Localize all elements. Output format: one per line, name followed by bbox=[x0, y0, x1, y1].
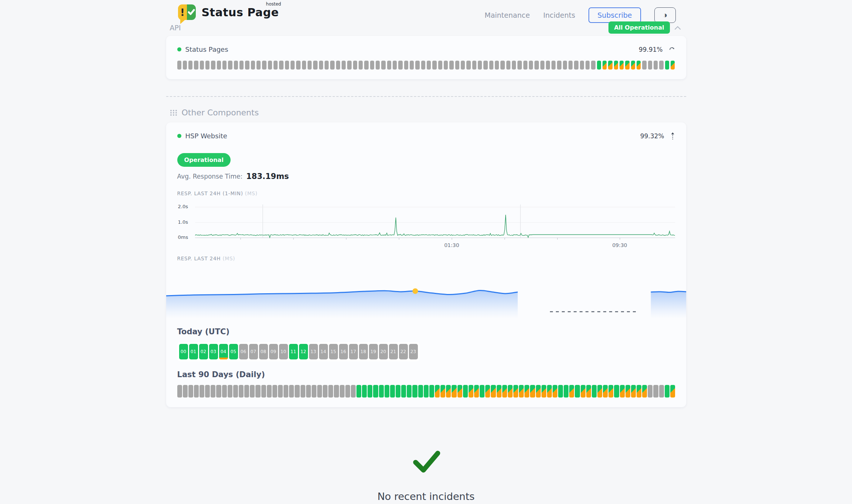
daily-uptime-bar[interactable] bbox=[194, 385, 199, 398]
daily-uptime-bar[interactable] bbox=[440, 385, 445, 398]
uptime-bar[interactable] bbox=[404, 61, 408, 70]
uptime-bar[interactable] bbox=[540, 61, 544, 70]
daily-uptime-bar[interactable] bbox=[233, 385, 238, 398]
subscribe-button[interactable]: Subscribe bbox=[588, 7, 641, 23]
refresh-icon[interactable] bbox=[669, 46, 675, 53]
daily-uptime-bar[interactable] bbox=[211, 385, 215, 398]
uptime-bar[interactable] bbox=[285, 61, 289, 70]
hour-block-22[interactable]: 22 bbox=[399, 344, 408, 359]
uptime-bar[interactable] bbox=[495, 61, 499, 70]
uptime-bar[interactable] bbox=[205, 61, 209, 70]
chevron-up-icon[interactable] bbox=[674, 26, 681, 30]
uptime-bar[interactable] bbox=[637, 61, 641, 70]
uptime-bar[interactable] bbox=[376, 61, 380, 70]
uptime-bar[interactable] bbox=[517, 61, 521, 70]
uptime-bar[interactable] bbox=[274, 61, 278, 70]
uptime-bar[interactable] bbox=[336, 61, 340, 70]
daily-uptime-bar[interactable] bbox=[485, 385, 490, 398]
uptime-bar[interactable] bbox=[489, 61, 493, 70]
daily-uptime-bar[interactable] bbox=[659, 385, 664, 398]
uptime-bar[interactable] bbox=[512, 61, 516, 70]
uptime-bar[interactable] bbox=[211, 61, 215, 70]
daily-uptime-bar[interactable] bbox=[536, 385, 541, 398]
uptime-bar[interactable] bbox=[183, 61, 187, 70]
daily-uptime-bar[interactable] bbox=[379, 385, 384, 398]
daily-uptime-bar[interactable] bbox=[205, 385, 210, 398]
hour-block-15[interactable]: 15 bbox=[329, 344, 338, 359]
hour-block-06[interactable]: 06 bbox=[239, 344, 248, 359]
uptime-bar[interactable] bbox=[608, 61, 612, 70]
daily-uptime-bar[interactable] bbox=[625, 385, 630, 398]
daily-uptime-bar[interactable] bbox=[564, 385, 568, 398]
uptime-bar[interactable] bbox=[313, 61, 317, 70]
daily-uptime-bar[interactable] bbox=[284, 385, 288, 398]
nav-link-maintenance[interactable]: Maintenance bbox=[484, 11, 530, 19]
daily-uptime-bar[interactable] bbox=[665, 385, 670, 398]
uptime-bar[interactable] bbox=[381, 61, 385, 70]
hour-block-11[interactable]: 11 bbox=[289, 344, 298, 359]
uptime-bar[interactable] bbox=[551, 61, 556, 70]
hour-block-09[interactable]: 09 bbox=[269, 344, 278, 359]
uptime-bar[interactable] bbox=[330, 61, 334, 70]
daily-uptime-bar[interactable] bbox=[547, 385, 552, 398]
daily-uptime-bar[interactable] bbox=[385, 385, 389, 398]
uptime-bar[interactable] bbox=[438, 61, 442, 70]
daily-uptime-bar[interactable] bbox=[272, 385, 277, 398]
daily-uptime-bar[interactable] bbox=[424, 385, 429, 398]
uptime-bar[interactable] bbox=[415, 61, 419, 70]
daily-uptime-bar[interactable] bbox=[463, 385, 468, 398]
uptime-bar[interactable] bbox=[671, 61, 675, 70]
uptime-bar[interactable] bbox=[597, 61, 601, 70]
daily-uptime-bar[interactable] bbox=[670, 385, 675, 398]
uptime-bar[interactable] bbox=[342, 61, 346, 70]
uptime-bar[interactable] bbox=[239, 61, 244, 70]
daily-uptime-bar[interactable] bbox=[250, 385, 255, 398]
uptime-bar[interactable] bbox=[251, 61, 255, 70]
uptime-bar[interactable] bbox=[256, 61, 261, 70]
uptime-bar[interactable] bbox=[359, 61, 363, 70]
daily-uptime-bar[interactable] bbox=[642, 385, 647, 398]
uptime-bar[interactable] bbox=[529, 61, 533, 70]
daily-uptime-bar[interactable] bbox=[541, 385, 546, 398]
uptime-bar[interactable] bbox=[557, 61, 561, 70]
daily-uptime-bar[interactable] bbox=[524, 385, 529, 398]
hour-block-07[interactable]: 07 bbox=[249, 344, 258, 359]
uptime-bar[interactable] bbox=[279, 61, 283, 70]
uptime-bar[interactable] bbox=[506, 61, 510, 70]
uptime-bar[interactable] bbox=[534, 61, 539, 70]
uptime-bar[interactable] bbox=[410, 61, 414, 70]
daily-uptime-bar[interactable] bbox=[553, 385, 557, 398]
uptime-bar[interactable] bbox=[461, 61, 465, 70]
daily-uptime-bar[interactable] bbox=[295, 385, 299, 398]
daily-uptime-bar[interactable] bbox=[502, 385, 507, 398]
uptime-bar[interactable] bbox=[398, 61, 402, 70]
uptime-bar[interactable] bbox=[308, 61, 312, 70]
uptime-bar[interactable] bbox=[620, 61, 624, 70]
uptime-bar[interactable] bbox=[614, 61, 618, 70]
uptime-bar[interactable] bbox=[568, 61, 573, 70]
uptime-bar[interactable] bbox=[194, 61, 198, 70]
daily-uptime-bar[interactable] bbox=[362, 385, 367, 398]
uptime-bar[interactable] bbox=[347, 61, 351, 70]
uptime-bar[interactable] bbox=[574, 61, 578, 70]
daily-uptime-bar[interactable] bbox=[435, 385, 440, 398]
daily-uptime-bar[interactable] bbox=[620, 385, 625, 398]
uptime-bar[interactable] bbox=[370, 61, 374, 70]
uptime-bar[interactable] bbox=[302, 61, 306, 70]
uptime-bar[interactable] bbox=[472, 61, 476, 70]
uptime-bar[interactable] bbox=[387, 61, 391, 70]
hour-block-02[interactable]: 02 bbox=[199, 344, 208, 359]
daily-uptime-bar[interactable] bbox=[301, 385, 305, 398]
daily-uptime-bar[interactable] bbox=[228, 385, 232, 398]
daily-uptime-bar[interactable] bbox=[469, 385, 473, 398]
hour-block-01[interactable]: 01 bbox=[189, 344, 198, 359]
daily-uptime-bar[interactable] bbox=[261, 385, 266, 398]
hour-block-00[interactable]: 00 bbox=[179, 344, 188, 359]
daily-uptime-bar[interactable] bbox=[513, 385, 518, 398]
uptime-bar[interactable] bbox=[631, 61, 635, 70]
uptime-bar[interactable] bbox=[591, 61, 595, 70]
daily-uptime-bar[interactable] bbox=[418, 385, 423, 398]
uptime-bar[interactable] bbox=[654, 61, 658, 70]
daily-uptime-bar[interactable] bbox=[491, 385, 496, 398]
daily-uptime-bar[interactable] bbox=[412, 385, 417, 398]
